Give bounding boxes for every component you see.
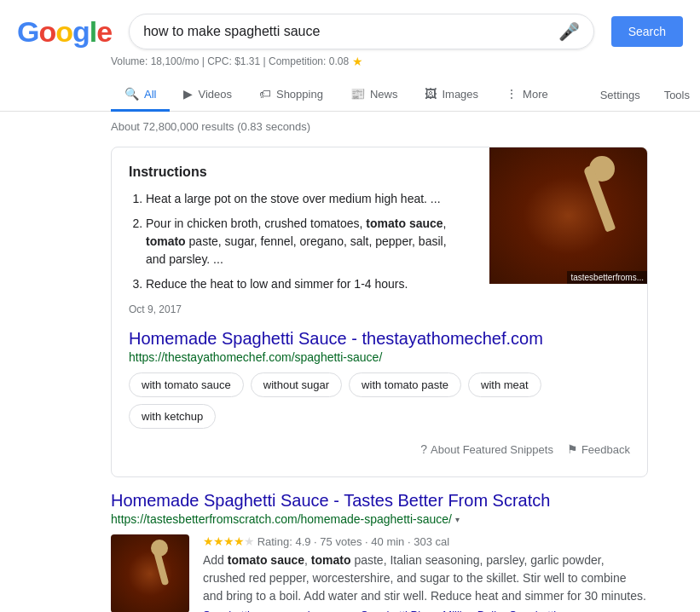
second-result-title[interactable]: Homemade Spaghetti Sauce - Tastes Better… [111, 491, 648, 511]
rating-text: Rating: 4.9 · 75 votes · 40 min · 303 ca… [257, 535, 449, 548]
flag-icon: ⚑ [567, 442, 578, 456]
empty-star: ★ [244, 534, 254, 548]
page-container: Google 🎤 Search Volume: 18,100/mo | CPC:… [0, 0, 700, 612]
snippet-list: Heat a large pot on the stove over mediu… [146, 190, 460, 293]
snippet-step-1: Heat a large pot on the stove over mediu… [146, 190, 460, 208]
snippet-url-text: https://thestayathomechef.com/spaghetti-… [129, 350, 382, 364]
breadcrumb-2[interactable]: Spaghetti Pie [361, 609, 426, 612]
image-source-label: tastesbetterfroms... [567, 271, 647, 284]
volume-text: Volume: 18,100/mo | CPC: $1.31 | Competi… [111, 55, 349, 67]
results-count: About 72,800,000 results (0.83 seconds) [111, 120, 648, 133]
breadcrumb-sep-1: · [351, 609, 355, 612]
tab-videos[interactable]: ▶ Videos [170, 78, 246, 112]
volume-info: Volume: 18,100/mo | CPC: $1.31 | Competi… [111, 55, 700, 68]
tab-more-label: More [523, 88, 548, 101]
snippet-site-title[interactable]: Homemade Spaghetti Sauce - thestayathome… [129, 329, 630, 349]
search-bar-container: 🎤 [129, 14, 593, 49]
tab-news[interactable]: 📰 News [337, 78, 412, 112]
breadcrumbs: Spaghetti sauce, marinara ... · Spaghett… [203, 609, 648, 612]
snippet-image-bg [489, 147, 647, 284]
result-text: ★★★★★ Rating: 4.9 · 75 votes · 40 min · … [203, 534, 648, 612]
about-label: About Featured Snippets [431, 443, 553, 456]
tools-button[interactable]: Tools [654, 82, 700, 108]
chip-with-ketchup[interactable]: with ketchup [129, 404, 216, 429]
feedback-button[interactable]: ⚑ Feedback [567, 442, 630, 456]
google-logo[interactable]: Google [17, 15, 112, 49]
settings-button[interactable]: Settings [590, 82, 651, 108]
chip-with-meat[interactable]: with meat [468, 372, 541, 397]
images-icon: 🖼 [425, 87, 437, 101]
breadcrumb-sep-2: · [433, 609, 437, 612]
tab-more[interactable]: ⋮ More [492, 78, 562, 112]
videos-icon: ▶ [183, 87, 193, 101]
second-result-url: https://tastesbetterfromscratch.com/home… [111, 512, 648, 526]
search-button[interactable]: Search [611, 16, 683, 47]
tab-videos-label: Videos [198, 88, 232, 101]
snippet-step-2: Pour in chicken broth, crushed tomatoes,… [146, 215, 460, 268]
tab-all-label: All [144, 88, 156, 101]
result-snippet: Add tomato sauce, tomato paste, Italian … [203, 551, 648, 605]
more-dots-icon: ⋮ [506, 87, 518, 101]
star-icon[interactable]: ★ [352, 55, 363, 68]
breadcrumb-1[interactable]: Spaghetti sauce, marinara ... [203, 609, 344, 612]
chip-without-sugar[interactable]: without sugar [251, 372, 342, 397]
url-dropdown-icon[interactable]: ▾ [455, 515, 460, 524]
about-featured-snippets[interactable]: ? About Featured Snippets [420, 442, 553, 456]
snippet-site-url: https://thestayathomechef.com/spaghetti-… [129, 350, 630, 364]
tab-shopping-label: Shopping [276, 88, 323, 101]
all-icon: 🔍 [124, 87, 139, 101]
search-bar: 🎤 [129, 14, 593, 49]
news-icon: 📰 [350, 87, 365, 101]
breadcrumb-3[interactable]: Million Dollar Spaghetti [443, 609, 556, 612]
star-rating: ★★★★ [203, 534, 244, 548]
nav-tabs: 🔍 All ▶ Videos 🏷 Shopping 📰 News 🖼 Image… [0, 72, 700, 112]
tab-news-label: News [370, 88, 398, 101]
chip-tomato-paste[interactable]: with tomato paste [349, 372, 461, 397]
tab-all[interactable]: 🔍 All [111, 78, 170, 112]
settings-tools: Settings Tools [590, 82, 700, 108]
second-result-inner: ★★★★★ Rating: 4.9 · 75 votes · 40 min · … [111, 534, 648, 612]
search-input[interactable] [143, 24, 558, 39]
featured-snippet: Instructions Heat a large pot on the sto… [111, 147, 648, 477]
snippet-step-3: Reduce the heat to low and simmer for 1-… [146, 275, 460, 293]
chip-tomato-sauce[interactable]: with tomato sauce [129, 372, 244, 397]
rating-info: ★★★★★ Rating: 4.9 · 75 votes · 40 min · … [203, 534, 648, 548]
snippet-title: Instructions [129, 165, 460, 180]
second-url-text: https://tastesbetterfromscratch.com/home… [111, 512, 452, 526]
snippet-image: tastesbetterfroms... [489, 147, 647, 284]
mic-icon[interactable]: 🎤 [558, 21, 580, 42]
tab-shopping[interactable]: 🏷 Shopping [246, 78, 337, 112]
result-thumbnail [111, 534, 189, 612]
second-result: Homemade Spaghetti Sauce - Tastes Better… [111, 491, 648, 612]
results-area: About 72,800,000 results (0.83 seconds) … [0, 112, 665, 612]
tab-images[interactable]: 🖼 Images [411, 78, 492, 112]
tab-images-label: Images [442, 88, 478, 101]
shopping-icon: 🏷 [259, 87, 271, 101]
question-icon: ? [420, 442, 427, 456]
snippet-date: Oct 9, 2017 [129, 303, 460, 315]
chips-row: with tomato sauce without sugar with tom… [129, 372, 630, 429]
snippet-footer: ? About Featured Snippets ⚑ Feedback [129, 436, 630, 459]
header: Google 🎤 Search [0, 0, 700, 49]
feedback-label: Feedback [581, 443, 630, 456]
